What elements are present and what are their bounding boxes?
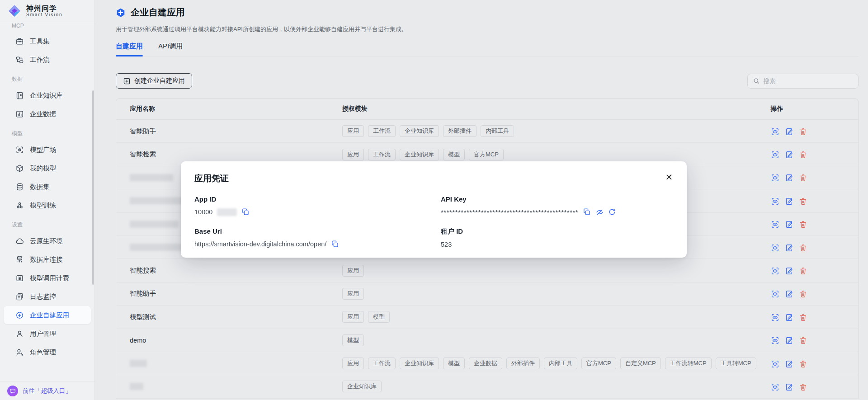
app-id-value: 10000 — [194, 208, 212, 216]
view-credentials-button[interactable] — [771, 313, 778, 321]
tab-api-calls[interactable]: API调用 — [158, 42, 183, 56]
edit-app-button[interactable] — [785, 127, 793, 135]
db-link-icon — [15, 255, 24, 264]
edit-app-button[interactable] — [785, 336, 793, 344]
sidebar-item-user-mgmt[interactable]: 用户管理 — [4, 325, 91, 343]
eye-off-icon[interactable] — [595, 208, 604, 216]
view-credentials-button[interactable] — [771, 174, 778, 181]
view-credentials-button[interactable] — [771, 220, 778, 228]
field-app-id: App ID 10000 — [194, 195, 441, 216]
module-badge: 工作流转MCP — [665, 358, 712, 369]
delete-app-button[interactable] — [799, 336, 807, 344]
view-credentials-button[interactable] — [771, 127, 778, 135]
module-badge: 企业知识库 — [400, 149, 439, 160]
app-name: 智能搜索 — [130, 267, 156, 274]
view-credentials-button[interactable] — [771, 360, 778, 367]
delete-app-button[interactable] — [799, 290, 807, 297]
module-badge: 应用 — [342, 265, 364, 277]
delete-app-button[interactable] — [799, 244, 807, 251]
sidebar-scrollbar[interactable] — [92, 90, 94, 285]
edit-app-button[interactable] — [785, 267, 793, 274]
sidebar-item-workflow[interactable]: 工作流 — [4, 51, 91, 69]
search-box[interactable] — [747, 74, 859, 89]
credentials-modal: 应用凭证 ✕ App ID 10000 API Key ************… — [181, 161, 687, 258]
role-icon — [15, 348, 24, 357]
field-base-url: Base Url https://smartvision-dev.digital… — [194, 227, 441, 248]
app-name: demo — [130, 337, 146, 344]
delete-app-button[interactable] — [799, 383, 807, 391]
close-icon[interactable]: ✕ — [664, 172, 674, 182]
copy-icon[interactable] — [583, 208, 591, 216]
search-input[interactable] — [764, 78, 853, 85]
module-badge: 工作流 — [368, 149, 396, 160]
view-credentials-button[interactable] — [771, 267, 778, 274]
tenant-id-value: 523 — [441, 241, 452, 248]
copy-icon[interactable] — [241, 208, 250, 216]
sidebar-item-label: 模型训练 — [30, 201, 56, 210]
sidebar-item-label: 工具集 — [30, 37, 50, 46]
sidebar-nav: MCP工具集工作流数据企业知识库企业数据模型模型广场我的模型数据集模型训练设置云… — [0, 22, 94, 381]
scan-cube-icon — [15, 146, 24, 154]
edit-app-button[interactable] — [785, 360, 793, 367]
delete-app-button[interactable] — [799, 197, 807, 205]
create-app-button[interactable]: 创建企业自建应用 — [116, 73, 192, 89]
edit-app-button[interactable] — [785, 220, 793, 228]
edit-app-button[interactable] — [785, 151, 793, 158]
logo: 神州问学 Smart Vision — [0, 0, 94, 22]
sidebar-item-billing[interactable]: 模型调用计费 — [4, 269, 91, 287]
delete-app-button[interactable] — [799, 174, 807, 181]
sidebar-item-toolset[interactable]: 工具集 — [4, 32, 91, 50]
sidebar-item-label: 企业数据 — [30, 110, 56, 118]
sidebar-item-log-monitor[interactable]: 日志监控 — [4, 287, 91, 306]
delete-app-button[interactable] — [799, 360, 807, 367]
sidebar-item-label: 日志监控 — [30, 292, 56, 301]
sidebar-item-enterprise-apps[interactable]: 企业自建应用 — [4, 306, 91, 324]
view-credentials-button[interactable] — [771, 290, 778, 297]
app-name-redacted — [130, 383, 143, 390]
edit-app-button[interactable] — [785, 383, 793, 391]
module-badge: 企业知识库 — [400, 125, 439, 137]
delete-app-button[interactable] — [799, 151, 807, 158]
module-badge: 模型 — [368, 311, 390, 323]
view-credentials-button[interactable] — [771, 151, 778, 158]
sidebar-footer[interactable]: 前往「超级入口」 — [0, 381, 94, 400]
view-credentials-button[interactable] — [771, 244, 778, 251]
edit-app-button[interactable] — [785, 290, 793, 297]
cube-icon — [15, 164, 24, 173]
app-id-redacted — [217, 208, 237, 216]
delete-app-button[interactable] — [799, 220, 807, 228]
super-entry-link[interactable]: 前往「超级入口」 — [23, 387, 71, 395]
tab-self-built-apps[interactable]: 自建应用 — [116, 42, 143, 56]
table-row: 智能助手应用工作流企业知识库外部插件内部工具 — [116, 120, 858, 143]
view-credentials-button[interactable] — [771, 336, 778, 344]
delete-app-button[interactable] — [799, 313, 807, 321]
refresh-icon[interactable] — [608, 208, 616, 216]
database-icon — [15, 183, 24, 191]
edit-app-button[interactable] — [785, 197, 793, 205]
user-icon — [15, 329, 24, 338]
sidebar-item-knowledge-base[interactable]: 企业知识库 — [4, 86, 91, 104]
edit-app-button[interactable] — [785, 313, 793, 321]
super-entry-chat-icon — [7, 386, 18, 396]
sidebar-item-model-plaza[interactable]: 模型广场 — [4, 141, 91, 159]
sidebar-item-model-training[interactable]: 模型训练 — [4, 196, 91, 214]
module-badge: 应用 — [342, 358, 364, 369]
module-badge: 企业知识库 — [342, 381, 382, 392]
view-credentials-button[interactable] — [771, 383, 778, 391]
sidebar-item-label: 企业自建应用 — [30, 311, 69, 320]
delete-app-button[interactable] — [799, 127, 807, 135]
sidebar-item-db-connection[interactable]: 数据库连接 — [4, 250, 91, 268]
module-badge: 工作流 — [368, 358, 396, 369]
edit-app-button[interactable] — [785, 244, 793, 251]
sidebar-item-enterprise-data[interactable]: 企业数据 — [4, 105, 91, 123]
sidebar-item-role-mgmt[interactable]: 角色管理 — [4, 343, 91, 361]
view-credentials-button[interactable] — [771, 197, 778, 205]
edit-app-button[interactable] — [785, 174, 793, 181]
nav-section-label: MCP — [0, 22, 94, 32]
copy-icon[interactable] — [331, 240, 339, 248]
module-badge: 应用 — [342, 311, 364, 323]
sidebar-item-dataset[interactable]: 数据集 — [4, 178, 91, 196]
sidebar-item-my-models[interactable]: 我的模型 — [4, 159, 91, 177]
sidebar-item-cloud-native[interactable]: 云原生环境 — [4, 232, 91, 250]
delete-app-button[interactable] — [799, 267, 807, 274]
